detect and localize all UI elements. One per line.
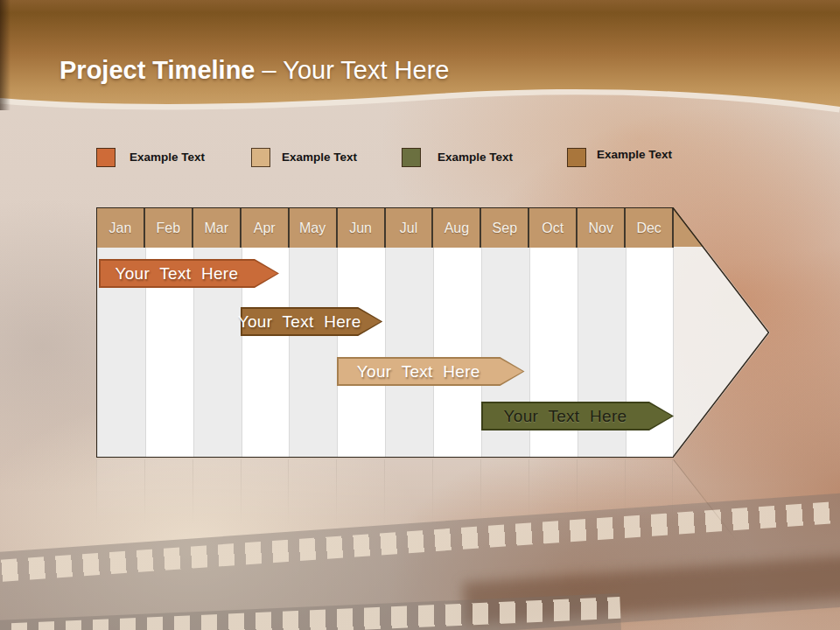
timeline-arrow-tip xyxy=(674,207,770,458)
gantt-bar-label: Your Text Here xyxy=(99,259,255,288)
month-cell-dec: Dec xyxy=(626,208,674,248)
legend-swatch-tan xyxy=(251,148,270,167)
slide-header-band: Project Timeline – Your Text Here xyxy=(0,0,840,122)
month-cell-jul: Jul xyxy=(386,208,434,248)
legend-label: Example Text xyxy=(438,150,513,164)
gantt-bar-2: Your Text Here xyxy=(241,307,382,336)
header-left-shadow xyxy=(0,0,10,110)
month-header-row: Jan Feb Mar Apr May Jun Jul Aug Sep Oct … xyxy=(97,208,674,248)
table-reflection xyxy=(96,459,770,531)
month-cell-apr: Apr xyxy=(242,208,290,248)
page-title: Project Timeline – Your Text Here xyxy=(60,54,449,86)
month-cell-sep: Sep xyxy=(481,208,529,248)
gantt-bar-label: Your Text Here xyxy=(337,357,500,386)
month-cell-may: May xyxy=(290,208,338,248)
legend-swatch-brown xyxy=(567,148,586,167)
month-cell-jun: Jun xyxy=(338,208,386,248)
month-cell-mar: Mar xyxy=(193,208,242,248)
arrow-tip-header-segment xyxy=(674,207,709,248)
presentation-slide: Project Timeline – Your Text Here Exampl… xyxy=(0,0,840,630)
gantt-bar-3: Your Text Here xyxy=(337,357,525,386)
legend-label: Example Text xyxy=(597,148,672,161)
month-cell-jan: Jan xyxy=(97,208,145,248)
month-cell-aug: Aug xyxy=(433,208,481,248)
gantt-bar-label: Your Text Here xyxy=(241,307,358,336)
title-bold-part: Project Timeline xyxy=(60,56,256,84)
gantt-bar-label: Your Text Here xyxy=(481,402,649,430)
gantt-bar-4: Your Text Here xyxy=(481,402,674,430)
month-cell-oct: Oct xyxy=(529,208,578,248)
title-regular-part: – Your Text Here xyxy=(262,56,450,84)
legend-swatch-olive xyxy=(402,148,421,167)
month-cell-nov: Nov xyxy=(578,208,626,248)
month-cell-feb: Feb xyxy=(145,208,193,248)
legend-label: Example Text xyxy=(282,150,357,164)
gantt-bar-1: Your Text Here xyxy=(99,259,279,288)
legend-swatch-orange xyxy=(96,148,116,167)
legend-label: Example Text xyxy=(130,150,205,164)
